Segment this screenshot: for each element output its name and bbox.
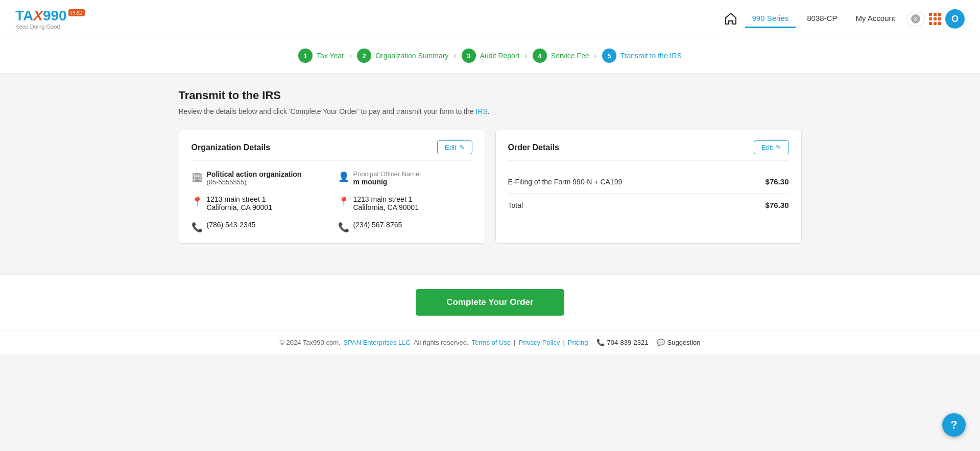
org-address-line2: California, CA 90001 <box>207 203 272 211</box>
principal-addr-line1: 1213 main street 1 <box>353 195 419 203</box>
location-icon: 📍 <box>192 196 203 207</box>
phone-icon-footer: 📞 <box>596 339 605 346</box>
org-address-inline: 📍 1213 main street 1 California, CA 9000… <box>192 195 326 211</box>
order-card-title: Order Details <box>508 143 559 152</box>
org-ein: (05-5555555) <box>207 178 302 186</box>
arrow-2: › <box>453 51 456 60</box>
order-details-card: Order Details Edit ✎ E-Filing of the For… <box>495 130 802 244</box>
logo: TAX990PRO Keep Doing Good <box>15 9 85 30</box>
org-address-field: 📍 1213 main street 1 California, CA 9000… <box>192 195 326 211</box>
nav-my-account[interactable]: My Account <box>848 10 902 28</box>
step-3-label: Audit Report <box>480 52 520 60</box>
complete-order-button[interactable]: Complete Your Order <box>416 289 564 316</box>
header-nav: 990 Series 8038-CP My Account X O <box>721 9 965 29</box>
step-1[interactable]: 1 Tax Year <box>298 49 344 63</box>
step-5-label: Transmit to the IRS <box>620 52 682 60</box>
order-edit-button[interactable]: Edit ✎ <box>754 140 788 154</box>
footer-span-enterprises[interactable]: SPAN Enterprises LLC <box>344 339 411 346</box>
step-3-circle: 3 <box>462 49 476 63</box>
org-name-value: Political action organization <box>207 170 302 178</box>
org-name-inline: 🏢 Political action organization (05-5555… <box>192 170 326 186</box>
order-item-row: E-Filing of the Form 990-N + CA199 $76.3… <box>508 170 789 193</box>
irs-highlight: IRS <box>475 107 487 115</box>
principal-inline: 👤 Principal Officer Name: m mounig <box>338 170 472 186</box>
stepper: 1 Tax Year › 2 Organization Summary › 3 … <box>0 38 980 74</box>
principal-name: m mounig <box>353 178 421 186</box>
user-avatar[interactable]: O <box>945 9 965 29</box>
footer-copyright: © 2024 Tax990.com, <box>279 339 340 346</box>
cards-row: Organization Details Edit ✎ 🏢 Political … <box>179 130 802 244</box>
org-phone-value: (786) 543-2345 <box>207 221 256 229</box>
suggestion-label: Suggestion <box>667 339 701 346</box>
step-4-circle: 4 <box>533 49 547 63</box>
org-details-card: Organization Details Edit ✎ 🏢 Political … <box>179 130 485 244</box>
phone-icon: 📞 <box>192 222 203 233</box>
principal-address-field: 📍 1213 main street 1 California, CA 9000… <box>338 195 472 211</box>
arrow-1: › <box>349 51 352 60</box>
principal-text: Principal Officer Name: m mounig <box>353 170 421 186</box>
grid-icon[interactable] <box>929 13 941 25</box>
principal-phone-inline: 📞 (234) 567-8765 <box>338 221 472 233</box>
suggestion-icon: 💬 <box>657 339 665 346</box>
svg-rect-0 <box>729 21 732 24</box>
footer-separator-2: | <box>563 339 564 346</box>
footer-terms[interactable]: Terms of Use <box>472 339 511 346</box>
complete-order-section: Complete Your Order <box>0 274 980 330</box>
content-wrapper: Transmit to the IRS Review the details b… <box>0 74 980 354</box>
order-total-row: Total $76.30 <box>508 193 789 217</box>
arrow-4: › <box>594 51 597 60</box>
edit-label: Edit <box>445 144 456 151</box>
org-card-title: Organization Details <box>192 143 271 152</box>
org-phone-field: 📞 (786) 543-2345 <box>192 221 326 233</box>
footer-pricing[interactable]: Pricing <box>568 339 588 346</box>
logo-tagline: Keep Doing Good <box>15 24 85 30</box>
footer-phone-number: 704-839-2321 <box>607 339 649 346</box>
org-name-text: Political action organization (05-555555… <box>207 170 302 186</box>
person-icon: 👤 <box>338 171 349 182</box>
header: TAX990PRO Keep Doing Good 990 Series 803… <box>0 0 980 38</box>
location-icon-2: 📍 <box>338 196 349 207</box>
step-2[interactable]: 2 Organization Summary <box>357 49 448 63</box>
arrow-3: › <box>524 51 527 60</box>
order-edit-icon: ✎ <box>776 144 781 151</box>
order-total-value: $76.30 <box>766 201 789 209</box>
step-1-label: Tax Year <box>317 52 344 60</box>
phone-icon-2: 📞 <box>338 222 349 233</box>
home-icon[interactable] <box>721 9 741 29</box>
org-address-line1: 1213 main street 1 <box>207 195 272 203</box>
org-edit-button[interactable]: Edit ✎ <box>437 140 472 154</box>
step-2-label: Organization Summary <box>375 52 448 60</box>
org-address-text: 1213 main street 1 California, CA 90001 <box>207 195 272 211</box>
edit-icon: ✎ <box>459 144 465 151</box>
principal-address-text: 1213 main street 1 California, CA 90001 <box>353 195 419 211</box>
step-1-circle: 1 <box>298 49 313 63</box>
step-3[interactable]: 3 Audit Report <box>462 49 520 63</box>
principal-phone-value: (234) 567-8765 <box>353 221 402 229</box>
footer-suggestion[interactable]: 💬 Suggestion <box>657 339 701 346</box>
nav-toggle[interactable]: X <box>906 12 925 26</box>
logo-x: X <box>33 8 43 23</box>
nav-990-series[interactable]: 990 Series <box>745 10 796 28</box>
pro-badge: PRO <box>68 9 85 16</box>
step-4-label: Service Fee <box>551 52 589 60</box>
footer-phone: 📞 704-839-2321 <box>596 339 649 346</box>
org-card-header: Organization Details Edit ✎ <box>192 140 472 161</box>
building-icon: 🏢 <box>192 171 203 182</box>
order-item-name: E-Filing of the Form 990-N + CA199 <box>508 178 623 186</box>
logo-990: 990 <box>43 8 67 23</box>
principal-phone-field: 📞 (234) 567-8765 <box>338 221 472 233</box>
toggle-x-label: X <box>911 14 920 23</box>
org-details-grid: 🏢 Political action organization (05-5555… <box>192 170 472 233</box>
step-4[interactable]: 4 Service Fee <box>533 49 589 63</box>
principal-addr-line2: California, CA 90001 <box>353 203 419 211</box>
order-card-header: Order Details Edit ✎ <box>508 140 789 161</box>
footer-privacy[interactable]: Privacy Policy <box>519 339 560 346</box>
footer: © 2024 Tax990.com, SPAN Enterprises LLC … <box>0 330 980 354</box>
nav-8038-cp[interactable]: 8038-CP <box>800 10 844 28</box>
page-title: Transmit to the IRS <box>179 89 802 102</box>
page-subtitle: Review the details below and click 'Comp… <box>179 107 802 115</box>
step-5[interactable]: 5 Transmit to the IRS <box>602 49 682 63</box>
principal-field: 👤 Principal Officer Name: m mounig <box>338 170 472 186</box>
footer-separator-1: | <box>514 339 515 346</box>
principal-address-inline: 📍 1213 main street 1 California, CA 9000… <box>338 195 472 211</box>
